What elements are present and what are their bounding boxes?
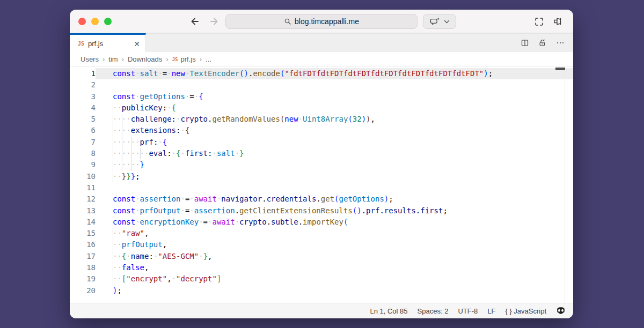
indent-guide [131,137,131,148]
breadcrumb-separator: › [103,55,105,63]
pin-icon [552,17,562,26]
js-file-icon: JS [172,57,178,62]
line-number: 9 [70,159,96,170]
overview-ruler-cursor-marker [555,68,565,70]
indent-guide [113,114,113,125]
line-number: 13 [70,205,96,217]
line-number: 3 [70,91,96,102]
code-line[interactable]: 2 [70,79,573,91]
code-line[interactable]: 8········eval:·{·first:·salt·} [70,148,573,159]
status-item[interactable]: Spaces: 2 [418,307,449,315]
back-arrow-icon [192,19,199,25]
code-line[interactable]: 20); [70,285,573,296]
code-line[interactable]: 6····extensions:·{ [70,125,573,136]
code-line[interactable]: 17··{·name:·"AES-GCM"·}, [70,251,573,262]
code-line[interactable]: 3const·getOptions·=·{ [70,91,573,102]
code-line[interactable]: 14const·encryptionKey·=·await·crypto.sub… [70,217,573,228]
split-editor-button[interactable] [521,39,529,47]
tab-strip: JS prf.js ✕ [70,33,573,52]
line-number: 12 [70,193,96,205]
line-number: 18 [70,262,96,273]
indent-guide [113,159,113,170]
code-line[interactable]: 5····challenge:·crypto.getRandomValues(n… [70,114,573,125]
js-file-icon: JS [78,41,84,47]
code-editor[interactable]: 1const·salt·=·new·TextEncoder().encode("… [70,67,573,303]
line-number: 2 [70,79,96,91]
breadcrumb: Users›tim›Downloads›JSprf.js›... [70,52,573,67]
indent-guide [113,239,113,250]
copilot-icon[interactable] [556,306,566,316]
status-bar: Ln 1, Col 85Spaces: 2UTF-8LF{ } JavaScri… [70,303,573,318]
search-icon [284,18,291,25]
indent-guide [131,159,131,170]
browser-window: blog.timcappalli.me JS prf.js ✕ [70,10,573,318]
tab-close-icon[interactable]: ✕ [134,40,140,48]
unlock-button[interactable] [538,39,547,47]
close-window-button[interactable] [78,18,86,25]
url-text: blog.timcappalli.me [295,17,359,26]
code-line[interactable]: 11 [70,182,573,193]
indent-guide [113,251,113,262]
breadcrumb-separator: › [200,55,202,63]
code-line[interactable]: 16··prfOutput, [70,239,573,250]
line-number: 20 [70,285,96,296]
pin-button[interactable] [551,16,564,27]
indent-guide [113,273,113,285]
indent-guide [122,148,122,159]
code-line[interactable]: 9······} [70,159,573,170]
indent-guide [122,114,122,125]
chevron-down-icon [444,20,450,24]
breadcrumb-item[interactable]: Downloads [128,55,162,63]
indent-guide [113,148,113,159]
tab-prf-js[interactable]: JS prf.js ✕ [70,33,146,53]
minimize-window-button[interactable] [91,18,99,25]
code-line[interactable]: 10··}}}; [70,171,573,182]
code-line[interactable]: 1const·salt·=·new·TextEncoder().encode("… [70,68,573,79]
traffic-lights [78,18,112,25]
forward-button[interactable] [208,16,220,27]
breadcrumb-item[interactable]: ... [206,55,211,63]
forward-arrow-icon [211,19,217,25]
split-editor-icon [521,39,529,47]
code-line[interactable]: 12const·assertion·=·await·navigator.cred… [70,193,573,205]
indent-guide [140,148,141,159]
status-item[interactable]: LF [487,307,495,315]
breadcrumb-item[interactable]: Users [80,55,99,63]
status-item[interactable]: Ln 1, Col 85 [370,307,407,315]
indent-guide [122,137,122,148]
back-button[interactable] [189,16,201,27]
line-number: 6 [70,125,96,136]
line-number: 14 [70,217,96,228]
unlock-icon [538,39,547,47]
status-item[interactable]: { } JavaScript [505,307,546,315]
scrollbar[interactable] [565,67,565,303]
code-line[interactable]: 4··publicKey:·{ [70,102,573,114]
code-line[interactable]: 18··false, [70,262,573,273]
line-number: 17 [70,251,96,262]
code-line[interactable]: 15··"raw", [70,228,573,239]
code-line[interactable]: 19··["encrypt",·"decrypt"] [70,273,573,285]
code-line[interactable]: 7······prf:·{ [70,137,573,148]
status-items: Ln 1, Col 85Spaces: 2UTF-8LF{ } JavaScri… [370,307,546,315]
more-actions-button[interactable] [556,39,565,47]
line-number: 7 [70,137,96,148]
zoom-window-button[interactable] [104,18,112,25]
status-item[interactable]: UTF-8 [458,307,478,315]
chat-sparkle-button[interactable] [423,14,456,29]
address-bar[interactable]: blog.timcappalli.me [225,14,418,29]
indent-guide [131,148,131,159]
breadcrumb-separator: › [122,55,124,63]
breadcrumb-item[interactable]: tim [108,55,118,63]
indent-guide [113,171,113,182]
line-number: 1 [70,68,96,79]
code-line[interactable]: 13const·prfOutput·=·assertion.getClientE… [70,205,573,217]
indent-guide [113,125,113,136]
ellipsis-icon [556,39,565,47]
indent-guide [122,125,122,136]
line-number: 5 [70,114,96,125]
indent-guide [113,102,113,114]
breadcrumb-item[interactable]: JSprf.js [172,55,196,63]
breadcrumb-separator: › [166,55,168,63]
fullscreen-button[interactable] [532,16,545,27]
indent-guide [113,262,113,273]
